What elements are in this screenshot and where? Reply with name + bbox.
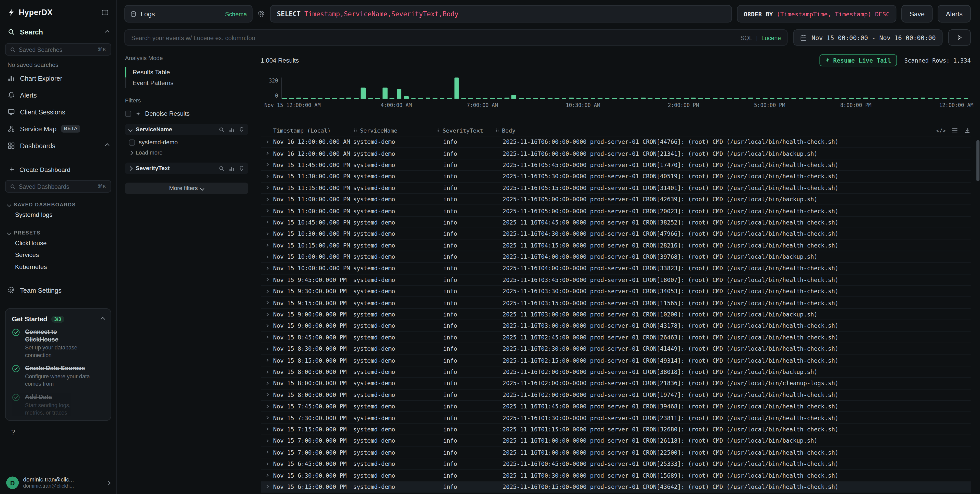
user-menu[interactable]: D dominic.tran@clic... dominic.tran@clic… bbox=[0, 473, 116, 489]
scrollbar-thumb[interactable] bbox=[977, 140, 980, 182]
schema-link[interactable]: Schema bbox=[225, 10, 247, 17]
row-expand-icon[interactable] bbox=[261, 255, 273, 258]
source-settings-button[interactable] bbox=[258, 10, 265, 18]
get-started-item[interactable]: Connect to ClickHouseSet up your databas… bbox=[12, 328, 105, 359]
histogram-bar[interactable] bbox=[849, 98, 854, 99]
row-expand-icon[interactable] bbox=[261, 359, 273, 362]
column-timestamp[interactable]: Timestamp (Local) bbox=[273, 127, 353, 133]
save-button[interactable]: Save bbox=[902, 5, 933, 23]
histogram-bar[interactable] bbox=[713, 98, 717, 99]
histogram-bar[interactable] bbox=[935, 98, 940, 99]
histogram-bar[interactable] bbox=[440, 98, 445, 99]
histogram-bar[interactable] bbox=[791, 98, 796, 99]
row-expand-icon[interactable] bbox=[261, 394, 273, 396]
event-search-input[interactable]: SQL | Lucene bbox=[124, 29, 788, 46]
row-expand-icon[interactable] bbox=[261, 440, 273, 442]
row-expand-icon[interactable] bbox=[261, 347, 273, 350]
table-row[interactable]: Nov 15 7:30:00.000 PMsystemd-demoinfo202… bbox=[261, 412, 971, 424]
histogram-bar[interactable] bbox=[834, 98, 839, 99]
row-expand-icon[interactable] bbox=[261, 267, 273, 269]
table-row[interactable]: Nov 15 11:45:00.000 PMsystemd-demoinfo20… bbox=[261, 159, 971, 171]
saved-dashboards-heading[interactable]: SAVED DASHBOARDS bbox=[0, 201, 116, 209]
table-row[interactable]: Nov 15 9:00:00.000 PMsystemd-demoinfo202… bbox=[261, 320, 971, 332]
histogram-bar[interactable] bbox=[511, 95, 516, 99]
histogram-bar[interactable] bbox=[863, 98, 868, 99]
histogram-bar[interactable] bbox=[318, 98, 323, 99]
histogram-bar[interactable] bbox=[827, 98, 832, 99]
more-filters-button[interactable]: More filters bbox=[125, 183, 248, 194]
row-expand-icon[interactable] bbox=[261, 164, 273, 166]
row-expand-icon[interactable] bbox=[261, 324, 273, 327]
preset-dashboard-item[interactable]: Kubernetes bbox=[0, 261, 116, 273]
row-expand-icon[interactable] bbox=[261, 417, 273, 419]
table-row[interactable]: Nov 15 7:15:00.000 PMsystemd-demoinfo202… bbox=[261, 424, 971, 435]
row-expand-icon[interactable] bbox=[261, 175, 273, 177]
preset-dashboard-item[interactable]: ClickHouse bbox=[0, 237, 116, 249]
histogram-bar[interactable] bbox=[375, 98, 380, 99]
histogram-bar[interactable] bbox=[404, 96, 409, 99]
histogram-bar[interactable] bbox=[562, 98, 566, 99]
histogram-bar[interactable] bbox=[885, 98, 889, 99]
histogram-bar[interactable] bbox=[856, 98, 861, 99]
histogram-bar[interactable] bbox=[289, 98, 294, 99]
histogram-bar[interactable] bbox=[325, 98, 330, 99]
denoise-results-row[interactable]: Denoise Results bbox=[125, 110, 248, 117]
saved-dashboards-input[interactable]: ⌘K bbox=[5, 180, 111, 193]
drag-handle-icon[interactable] bbox=[436, 127, 440, 133]
run-query-button[interactable] bbox=[948, 29, 971, 46]
event-search-field[interactable] bbox=[131, 34, 737, 41]
saved-dashboards-field[interactable] bbox=[19, 183, 94, 190]
histogram-bar[interactable] bbox=[483, 98, 488, 99]
histogram-bar[interactable] bbox=[447, 98, 452, 99]
facet-search-icon[interactable] bbox=[219, 165, 224, 171]
histogram-bar[interactable] bbox=[748, 98, 753, 99]
table-row[interactable]: Nov 15 9:45:00.000 PMsystemd-demoinfo202… bbox=[261, 274, 971, 286]
histogram-bar[interactable] bbox=[741, 98, 746, 99]
histogram-bar[interactable] bbox=[877, 98, 882, 99]
mode-results-table[interactable]: Results Table bbox=[125, 67, 248, 78]
histogram-bar[interactable] bbox=[469, 98, 473, 99]
histogram-bar[interactable] bbox=[648, 98, 653, 99]
histogram-bar[interactable] bbox=[705, 98, 710, 99]
table-row[interactable]: Nov 15 6:30:00.000 PMsystemd-demoinfo202… bbox=[261, 470, 971, 481]
table-row[interactable]: Nov 15 11:30:00.000 PMsystemd-demoinfo20… bbox=[261, 171, 971, 182]
drag-handle-icon[interactable] bbox=[495, 127, 500, 133]
sidebar-item-chart-explorer[interactable]: Chart Explorer bbox=[0, 70, 116, 86]
table-row[interactable]: Nov 15 8:30:00.000 PMsystemd-demoinfo202… bbox=[261, 343, 971, 355]
table-row[interactable]: Nov 15 9:30:00.000 PMsystemd-demoinfo202… bbox=[261, 286, 971, 297]
histogram-bar[interactable] bbox=[547, 98, 552, 99]
histogram-bar[interactable] bbox=[526, 98, 531, 99]
facet-search-icon[interactable] bbox=[219, 127, 224, 132]
histogram-bar[interactable] bbox=[763, 98, 768, 99]
drag-handle-icon[interactable] bbox=[353, 127, 358, 133]
histogram-bar[interactable] bbox=[397, 89, 402, 99]
facet-chart-icon[interactable] bbox=[229, 165, 234, 171]
row-expand-icon[interactable] bbox=[261, 486, 273, 488]
presets-heading[interactable]: PRESETS bbox=[0, 229, 116, 237]
get-started-header[interactable]: Get Started 3/3 bbox=[12, 315, 105, 323]
column-body[interactable]: Body bbox=[495, 127, 971, 133]
histogram-bar[interactable] bbox=[476, 98, 480, 99]
histogram-bar[interactable] bbox=[870, 98, 875, 99]
table-row[interactable]: Nov 15 7:00:00.000 PMsystemd-demoinfo202… bbox=[261, 447, 971, 458]
histogram-bar[interactable] bbox=[310, 98, 315, 99]
mode-sql-toggle[interactable]: SQL bbox=[740, 34, 752, 41]
table-row[interactable]: Nov 15 10:45:00.000 PMsystemd-demoinfo20… bbox=[261, 217, 971, 228]
histogram-bar[interactable] bbox=[928, 98, 932, 99]
histogram-bar[interactable] bbox=[339, 98, 344, 99]
table-row[interactable]: Nov 15 8:00:00.000 PMsystemd-demoinfo202… bbox=[261, 389, 971, 401]
histogram-bar[interactable] bbox=[382, 88, 387, 99]
facet-pin-icon[interactable] bbox=[239, 127, 244, 132]
table-row[interactable]: Nov 15 9:00:00.000 PMsystemd-demoinfo202… bbox=[261, 309, 971, 320]
histogram-bar[interactable] bbox=[296, 98, 301, 99]
histogram-bar[interactable] bbox=[806, 98, 810, 99]
histogram-bar[interactable] bbox=[799, 98, 803, 99]
alerts-button[interactable]: Alerts bbox=[938, 5, 970, 23]
histogram-bar[interactable] bbox=[949, 98, 954, 99]
histogram-bar[interactable] bbox=[504, 98, 509, 99]
order-by-input[interactable]: ORDER BY(TimestampTime, Timestamp) DESC bbox=[737, 5, 897, 23]
get-started-item[interactable]: Add DataStart sending logs, metrics, or … bbox=[12, 394, 105, 417]
table-row[interactable]: Nov 15 7:45:00.000 PMsystemd-demoinfo202… bbox=[261, 401, 971, 412]
histogram-bar[interactable] bbox=[842, 98, 846, 99]
histogram-bar[interactable] bbox=[641, 98, 646, 99]
